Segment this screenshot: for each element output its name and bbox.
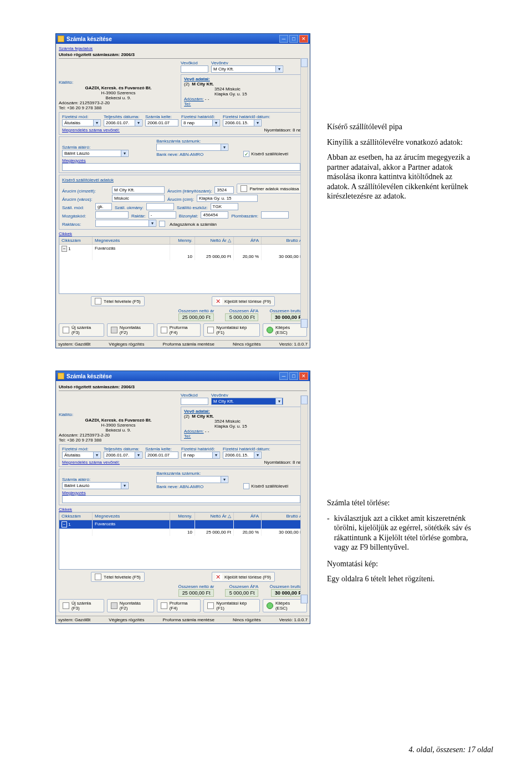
due-combo[interactable]: 8 nap <box>181 452 220 459</box>
due-date-combo[interactable]: 2006.01.15. <box>223 119 262 126</box>
vertical-scrollbar[interactable] <box>300 58 308 328</box>
order-number-link[interactable]: Megrendelés száma vevőnél: <box>62 460 120 465</box>
ship-tool-label: Szállító eszköz: <box>177 205 208 210</box>
perf-date-input[interactable]: 2006.01.07. <box>104 119 142 126</box>
exit-icon <box>267 327 273 333</box>
print-button[interactable]: Nyomtatás (F2) <box>107 599 154 612</box>
new-icon <box>63 602 69 609</box>
delivery-note-checkbox[interactable]: ✓ <box>243 151 249 157</box>
bank-combo[interactable] <box>156 144 228 151</box>
due-label: Fizetési határidő: <box>181 447 220 452</box>
side2-p3: Egy oldalra 6 tételt lehet rögzíteni. <box>327 574 477 584</box>
close-button[interactable]: ✕ <box>299 35 308 43</box>
bank-combo[interactable] <box>156 476 228 483</box>
ship-storekeeper-combo[interactable] <box>95 220 156 227</box>
col-name[interactable]: Megnevezés <box>93 513 170 520</box>
add-icon <box>95 574 101 580</box>
col-itemno[interactable]: Cikkszám <box>59 237 93 244</box>
print-button[interactable]: Nyomtatás (F2) <box>107 323 154 337</box>
note-input[interactable] <box>62 495 300 503</box>
paymode-combo[interactable]: Átutalás <box>62 119 101 126</box>
buyer-tel-label: Tel: <box>184 434 191 439</box>
col-net[interactable]: Nettó Ár △ <box>195 513 234 520</box>
col-net[interactable]: Nettó Ár △ <box>195 237 234 244</box>
batch-numbers-checkbox[interactable] <box>159 221 165 227</box>
signer-label: Számla aláíró: <box>62 477 154 482</box>
vendor-name: GAZDI, Keresk. és Fuvarozó Bt. <box>59 418 178 423</box>
note-input[interactable] <box>62 163 300 171</box>
col-gross[interactable]: Bruttó Ár <box>262 237 306 244</box>
delivery-note-checkbox[interactable] <box>243 483 249 489</box>
issue-date-input[interactable]: 2006.01.07 <box>145 452 178 459</box>
issue-date-input[interactable]: 2006.01.07 <box>145 119 178 126</box>
proforma-button[interactable]: Proforma (F4) <box>157 599 201 612</box>
col-vat[interactable]: ÁFA <box>234 237 262 244</box>
maximize-button[interactable]: □ <box>289 372 298 380</box>
paymode-combo[interactable]: Átutalás <box>62 452 101 459</box>
delete-item-button[interactable]: Kijelölt tétel törlése (F9) <box>212 572 275 582</box>
col-vat[interactable]: ÁFA <box>234 513 262 520</box>
proforma-icon <box>161 327 167 333</box>
note-link[interactable]: Megjegyzés <box>62 158 304 163</box>
copy-partner-button[interactable]: Partner adatok másolása <box>237 184 303 194</box>
proforma-button[interactable]: Proforma (F4) <box>157 323 201 337</box>
minimize-button[interactable]: ─ <box>279 372 288 380</box>
ship-store-input[interactable]: - <box>149 211 176 219</box>
buyer-name-combo[interactable]: M City Kft. <box>211 65 283 73</box>
ship-street-input[interactable]: Klapka Gy. u. 15 <box>197 195 258 202</box>
ship-mode-label: Száll. mód: <box>62 205 93 210</box>
due-combo[interactable]: 8 nap <box>181 119 220 126</box>
ship-handling-input[interactable] <box>95 211 129 219</box>
delete-item-button[interactable]: Kijelölt tétel törlése (F9) <box>212 296 275 306</box>
ship-zip-input[interactable]: 3524 <box>214 186 234 194</box>
vendor-tax: Adószám: 21253973-2-20 <box>59 433 178 438</box>
buyer-code-input[interactable] <box>181 398 208 405</box>
ship-city-input[interactable]: Miskolc <box>112 195 165 202</box>
col-itemno[interactable]: Cikkszám <box>59 513 93 520</box>
ship-seal-input[interactable] <box>261 211 289 219</box>
vertical-scrollbar[interactable] <box>300 395 308 603</box>
perf-date-label: Teljesítés dátuma: <box>104 447 142 452</box>
ship-doc-input[interactable] <box>146 203 174 210</box>
items-grid[interactable]: Cikkszám Megnevezés Menny. Nettó Ár △ ÁF… <box>59 236 307 294</box>
ship-cert-input[interactable]: 456454 <box>201 211 228 219</box>
maximize-button[interactable]: □ <box>289 35 298 43</box>
buyer-name-combo[interactable]: M City Kft. <box>211 398 283 405</box>
close-button[interactable]: ✕ <box>299 372 308 380</box>
add-item-button[interactable]: Tétel felvétele (F5) <box>91 296 145 306</box>
table-row[interactable]: − 1 Fuvarozás <box>59 245 306 253</box>
perf-date-input[interactable]: 2006.01.07. <box>104 452 142 459</box>
signer-combo[interactable]: Bálint László <box>62 150 129 157</box>
new-invoice-button[interactable]: Új számla (F3) <box>59 323 104 337</box>
note-link[interactable]: Megjegyzés <box>62 490 304 495</box>
ship-tool-input[interactable]: TGK <box>211 203 238 210</box>
buyer-code-input[interactable] <box>181 65 208 73</box>
invoice-header-link[interactable]: Számla fejadatok <box>59 46 307 51</box>
col-qty[interactable]: Menny. <box>170 513 195 520</box>
preview-button[interactable]: Nyomtatási kép (F1) <box>203 323 260 337</box>
new-invoice-button[interactable]: Új számla (F3) <box>59 599 104 612</box>
titlebar[interactable]: Számla készítése ─ □ ✕ <box>56 371 310 381</box>
col-gross[interactable]: Bruttó Ár <box>262 513 306 520</box>
preview-button[interactable]: Nyomtatási kép (F1) <box>203 599 260 612</box>
add-item-button[interactable]: Tétel felvétele (F5) <box>91 572 145 582</box>
ship-storekeeper-label: Raktáros: <box>62 222 93 227</box>
col-qty[interactable]: Menny. <box>170 237 195 244</box>
items-grid[interactable]: Cikkszám Megnevezés Menny. Nettó Ár △ ÁF… <box>59 512 307 570</box>
due-label: Fizetési határidő: <box>181 114 220 119</box>
table-row-selected[interactable]: − 1 Fuvarozás <box>59 520 306 529</box>
order-number-link[interactable]: Megrendelés száma vevőnél: <box>62 128 120 133</box>
signer-combo[interactable]: Bálint László <box>62 482 129 489</box>
items-header-link[interactable]: Cikkek <box>59 507 307 512</box>
buyer-name: M City Kft. <box>192 82 214 87</box>
ship-recipient-input[interactable]: M City Kft. <box>112 186 165 194</box>
items-header-link[interactable]: Cikkek <box>59 231 307 236</box>
titlebar[interactable]: Számla készítése ─ □ ✕ <box>56 34 310 44</box>
ship-mode-input[interactable]: gk. <box>95 203 112 210</box>
minimize-button[interactable]: ─ <box>279 35 288 43</box>
table-row[interactable]: 10 25 000,00 Ft 20,00 % 30 000,00 Ft <box>59 529 306 536</box>
table-row[interactable]: 10 25 000,00 Ft 20,00 % 30 000,00 Ft <box>59 253 306 260</box>
buyer-tax-label: Adószám: <box>184 429 204 434</box>
col-name[interactable]: Megnevezés <box>93 237 170 244</box>
due-date-combo[interactable]: 2006.01.15. <box>223 452 262 459</box>
